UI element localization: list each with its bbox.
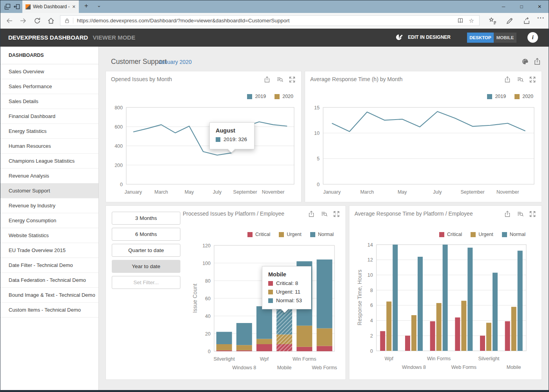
window-minimize-button[interactable]: ─ (494, 0, 513, 13)
svg-text:80: 80 (205, 278, 211, 284)
export-dashboard-icon[interactable] (533, 58, 541, 65)
svg-text:2: 2 (370, 333, 373, 339)
window-close-button[interactable]: ✕ (531, 0, 549, 13)
tooltip-title: Mobile (268, 271, 305, 278)
devexpress-favicon (25, 4, 31, 9)
lock-icon (64, 18, 70, 24)
info-button[interactable]: i (527, 32, 538, 43)
color-scheme-palette-icon[interactable] (521, 58, 529, 65)
sidebar-item-customer-support[interactable]: Customer Support (0, 183, 98, 198)
tooltip-title: August (216, 127, 248, 134)
share-icon[interactable] (523, 17, 531, 25)
svg-text:Wpf: Wpf (260, 356, 269, 362)
mobile-toggle-button[interactable]: MOBILE (494, 33, 516, 43)
sidebar-header: DASHBOARDS (0, 47, 98, 64)
svg-text:120: 120 (202, 243, 211, 249)
svg-text:September: September (461, 189, 485, 195)
sidebar-item-data-federation-technical-demo[interactable]: Data Federation - Technical Demo (0, 273, 98, 288)
sidebar-item-revenue-analysis[interactable]: Revenue Analysis (0, 169, 98, 183)
sidebar-item-sales-overview[interactable]: Sales Overview (0, 64, 98, 79)
svg-text:0: 0 (370, 348, 373, 354)
new-tab-button[interactable]: + (84, 2, 88, 10)
svg-text:July: July (433, 189, 442, 195)
browser-tab[interactable]: Web Dashboard - ASP.N ✕ (22, 0, 79, 13)
avg-response-platform-chart[interactable]: 02468101214WpfWindows 8Win FormsWeb Form… (349, 206, 542, 380)
svg-text:Web Forms: Web Forms (451, 365, 476, 370)
opened-issues-chart[interactable]: 0200400600800JanuaryMarchMayJulySeptembe… (106, 71, 302, 203)
svg-text:6: 6 (370, 303, 373, 308)
window-bottom-border (0, 390, 549, 392)
sidebar-item-energy-statistics[interactable]: Energy Statistics (0, 124, 98, 139)
tab-close-icon[interactable]: ✕ (72, 4, 76, 9)
avg-response-month-chart[interactable]: 051015JanuaryMarchMayJulySeptemberNovemb… (305, 71, 542, 203)
sidebar-item-energy-consumption[interactable]: Energy Consumption (0, 213, 98, 228)
svg-text:20: 20 (205, 331, 211, 337)
panel-processed-issues: 3 Months6 MonthsQuarter to dateYear to d… (105, 205, 346, 380)
app-title: DEVEXPRESS DASHBOARD VIEWER MODE (8, 34, 135, 41)
sidebar-item-custom-items-technical-demo[interactable]: Custom Items - Technical Demo (0, 303, 98, 318)
chart-tooltip-august: August 2019: 326 (209, 122, 255, 149)
sidebar-item-sales-details[interactable]: Sales Details (0, 94, 98, 109)
tooltip-row: Critical: 8 (268, 280, 305, 286)
svg-text:100: 100 (202, 261, 211, 266)
tab-list-chevron-icon[interactable]: ⌄ (97, 2, 101, 8)
sidebar-item-champions-league-statistics[interactable]: Champions League Statistics (0, 154, 98, 169)
sidebar-item-website-statistics[interactable]: Website Statistics (0, 228, 98, 243)
svg-text:May: May (185, 189, 194, 195)
tooltip-value: Urgent: 11 (276, 289, 300, 295)
web-note-pen-icon[interactable] (506, 17, 514, 25)
svg-text:15: 15 (314, 105, 320, 111)
tooltip-value: 2019: 326 (224, 136, 247, 142)
back-icon[interactable] (5, 17, 13, 25)
svg-text:Response Time, Hours: Response Time, Hours (356, 270, 363, 325)
svg-text:600: 600 (115, 124, 123, 130)
svg-text:Silverlight: Silverlight (478, 356, 500, 361)
svg-text:0: 0 (317, 182, 320, 187)
svg-text:0: 0 (120, 182, 123, 187)
svg-text:5: 5 (317, 156, 320, 162)
mode-label: VIEWER MODE (93, 34, 135, 41)
sidebar-item-bound-image-text-technical-demo[interactable]: Bound Image & Text - Technical Demo (0, 288, 98, 303)
svg-text:60: 60 (205, 296, 211, 301)
svg-text:800: 800 (115, 105, 123, 111)
sidebar-item-date-filter-technical-demo[interactable]: Date Filter - Technical Demo (0, 258, 98, 273)
window-maximize-button[interactable]: □ (513, 0, 531, 13)
svg-text:March: March (155, 189, 168, 195)
tooltip-value: Critical: 8 (276, 280, 298, 286)
browser-window: Web Dashboard - ASP.N ✕ + ⌄ ─ □ ✕ https:… (0, 0, 549, 392)
sidebar-item-financial-dashboard[interactable]: Financial Dashboard (0, 109, 98, 124)
series-swatch (268, 281, 273, 286)
designer-pie-pencil-icon (395, 33, 404, 41)
edit-in-designer-label: EDIT IN DESIGNER (408, 34, 451, 40)
tab-preview-icon[interactable] (4, 3, 11, 10)
refresh-icon[interactable] (33, 17, 41, 25)
more-menu-icon[interactable]: ··· (537, 15, 545, 22)
edit-in-designer-button[interactable]: EDIT IN DESIGNER (395, 33, 451, 41)
series-swatch (268, 290, 273, 294)
url-text[interactable]: https://demos.devexpress.com/Dashboard/?… (77, 18, 457, 24)
forward-icon[interactable] (19, 17, 27, 25)
sidebar-item-eu-trade-overview-2015[interactable]: EU Trade Overview 2015 (0, 243, 98, 258)
sidebar-item-sales-performance[interactable]: Sales Performance (0, 79, 98, 94)
desktop-toggle-button[interactable]: DESKTOP (467, 33, 494, 43)
svg-text:Mobile: Mobile (277, 365, 292, 370)
svg-text:May: May (398, 189, 407, 195)
date-range-link[interactable]: January 2020 (158, 59, 192, 65)
svg-text:March: March (360, 189, 374, 195)
home-icon[interactable] (47, 17, 55, 25)
sidebar-item-human-resources[interactable]: Human Resources (0, 139, 98, 154)
favorite-star-icon[interactable]: ☆ (469, 17, 474, 24)
reading-view-icon[interactable] (457, 17, 464, 24)
svg-text:Mobile: Mobile (507, 365, 521, 370)
svg-text:January: January (125, 189, 142, 195)
dashboards-sidebar: DASHBOARDS Sales OverviewSales Performan… (0, 47, 99, 390)
svg-text:Web Forms: Web Forms (312, 365, 337, 370)
sidebar-item-revenue-by-industry[interactable]: Revenue by Industry (0, 198, 98, 213)
svg-text:Win Forms: Win Forms (293, 356, 316, 362)
favorites-hub-icon[interactable] (489, 17, 496, 25)
set-tabs-aside-icon[interactable] (13, 3, 20, 10)
address-bar[interactable]: https://demos.devexpress.com/Dashboard/?… (60, 15, 480, 26)
chart-tooltip-mobile: Mobile Critical: 8 Urgent: 11 Normal: 53 (262, 266, 311, 309)
url-divider (73, 18, 73, 24)
svg-text:0: 0 (208, 349, 211, 354)
